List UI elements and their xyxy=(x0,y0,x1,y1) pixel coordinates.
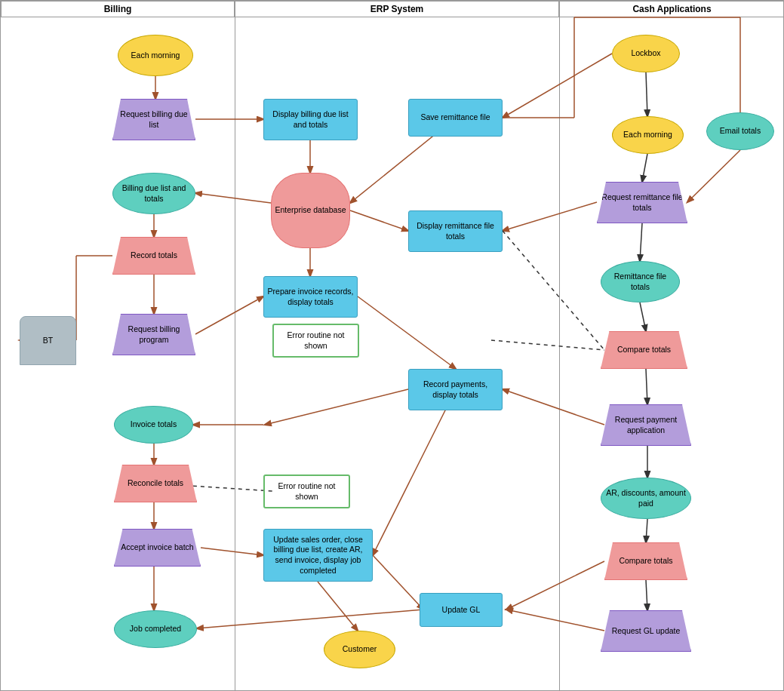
email-totals: Email totals xyxy=(706,112,774,150)
svg-line-18 xyxy=(373,389,456,555)
display-billing-due-list: Display billing due list and totals xyxy=(263,99,358,140)
error-routine-erp: Error routine not shown xyxy=(272,324,359,358)
each-morning-cash: Each morning xyxy=(612,116,684,154)
col-header-cash: Cash Applications xyxy=(559,1,784,17)
diagram-container: Billing ERP System Cash Applications xyxy=(0,0,784,691)
billing-due-list-totals: Billing due list and totals xyxy=(112,173,195,214)
lockbox: Lockbox xyxy=(612,35,680,72)
svg-line-26 xyxy=(642,154,647,182)
col-header-erp: ERP System xyxy=(235,1,559,17)
save-remittance-file: Save remittance file xyxy=(408,99,503,137)
svg-line-39 xyxy=(506,610,604,631)
svg-line-24 xyxy=(646,72,647,116)
svg-line-19 xyxy=(318,582,358,631)
record-totals-billing: Record totals xyxy=(112,237,195,275)
compare-totals-2: Compare totals xyxy=(604,542,687,580)
svg-line-37 xyxy=(506,561,604,610)
error-routine-billing: Error routine not shown xyxy=(263,474,350,508)
svg-line-27 xyxy=(687,150,740,202)
svg-line-31 xyxy=(503,231,604,350)
customer: Customer xyxy=(324,631,395,668)
svg-line-38 xyxy=(646,580,647,610)
svg-line-20 xyxy=(373,555,423,610)
update-sales-order: Update sales order, close billing due li… xyxy=(263,529,373,582)
svg-line-30 xyxy=(640,303,646,331)
svg-line-36 xyxy=(646,519,647,542)
col-divider-1 xyxy=(235,1,235,690)
request-billing-program: Request billing program xyxy=(112,314,195,355)
request-payment-application: Request payment application xyxy=(601,404,691,446)
svg-line-33 xyxy=(646,369,647,404)
update-gl: Update GL xyxy=(420,593,503,627)
svg-line-28 xyxy=(503,202,597,231)
svg-line-8 xyxy=(195,296,263,334)
svg-line-12 xyxy=(201,548,263,555)
compare-totals-1: Compare totals xyxy=(601,331,687,369)
svg-line-34 xyxy=(503,389,604,425)
job-completed: Job completed xyxy=(114,610,197,648)
accept-invoice-batch: Accept invoice batch xyxy=(114,529,201,567)
request-gl-update: Request GL update xyxy=(601,610,691,652)
prepare-invoice-records: Prepare invoice records, display totals xyxy=(263,276,358,318)
svg-line-23 xyxy=(350,210,408,231)
remittance-file-totals: Remittance file totals xyxy=(601,261,680,303)
svg-line-29 xyxy=(640,223,642,261)
invoice-totals: Invoice totals xyxy=(114,406,193,444)
request-remittance-totals: Request remittance file totals xyxy=(597,182,687,223)
svg-line-25 xyxy=(503,54,612,118)
svg-line-16 xyxy=(358,296,456,369)
reconcile-totals: Reconcile totals xyxy=(114,465,197,502)
col-header-billing: Billing xyxy=(1,1,235,17)
each-morning-billing: Each morning xyxy=(118,35,193,76)
ar-discounts: AR, discounts, amount paid xyxy=(601,478,691,519)
svg-line-2 xyxy=(195,193,271,203)
svg-line-21 xyxy=(197,610,423,628)
col-divider-2 xyxy=(559,1,560,690)
record-payments: Record payments, display totals xyxy=(408,369,503,410)
svg-line-17 xyxy=(265,389,408,425)
bt-shape: BT xyxy=(20,316,76,365)
request-billing-due-list: Request billing due list xyxy=(112,99,195,140)
enterprise-database: Enterprise database xyxy=(271,173,350,248)
display-remittance-totals: Display remittance file totals xyxy=(408,210,503,252)
svg-line-32 xyxy=(491,340,604,350)
